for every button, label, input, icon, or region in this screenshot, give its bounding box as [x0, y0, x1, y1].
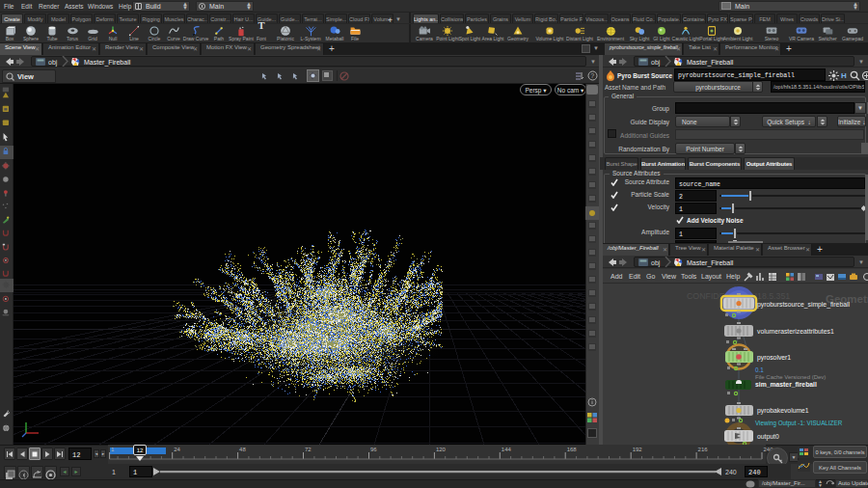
svg-text:1: 1 — [111, 447, 115, 452]
svg-text:120: 120 — [436, 447, 447, 452]
svg-text:168: 168 — [567, 447, 578, 452]
svg-text:216: 216 — [698, 447, 709, 452]
svg-text:Viewing Output -1: VISUALIZER: Viewing Output -1: VISUALIZER — [755, 420, 843, 427]
svg-text:pyrobakevolume1: pyrobakevolume1 — [757, 407, 809, 415]
svg-text:144: 144 — [502, 447, 512, 452]
svg-text:192: 192 — [633, 447, 643, 452]
svg-text:?: ? — [590, 72, 594, 79]
svg-text:output0: output0 — [757, 433, 779, 441]
svg-text:24: 24 — [174, 447, 180, 452]
svg-text:72: 72 — [305, 447, 312, 452]
svg-text:volumerasterizeattributes1: volumerasterizeattributes1 — [757, 328, 834, 335]
svg-text:pyrosolver1: pyrosolver1 — [757, 354, 791, 362]
svg-text:96: 96 — [370, 447, 377, 452]
svg-text:48: 48 — [239, 447, 246, 452]
svg-text:sim_master_fireball: sim_master_fireball — [755, 381, 817, 388]
svg-text:File Cache Versioned (Dev): File Cache Versioned (Dev) — [755, 374, 826, 380]
svg-text:0.1: 0.1 — [755, 366, 764, 373]
svg-text:pyroburstsource_simple_firebal: pyroburstsource_simple_fireball — [757, 301, 850, 309]
